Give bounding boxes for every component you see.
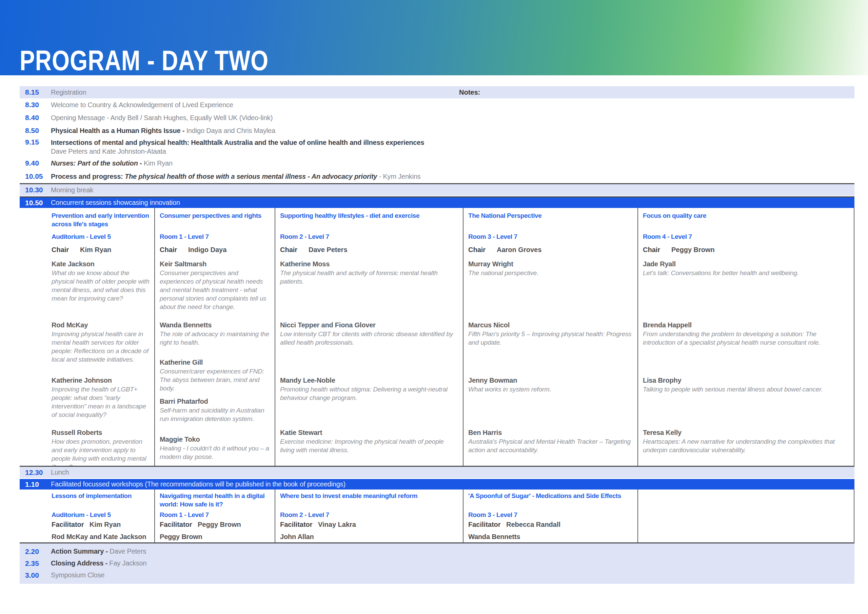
session-chair-4: ChairAaron Groves [468, 246, 635, 254]
speaker-topic: Improving physical health care in mental… [51, 330, 151, 364]
workshop-room-1: Auditorium - Level 5 [51, 511, 152, 519]
session-title: The physical health of those with a seri… [125, 173, 377, 180]
chair-name-2: Indigo Daya [188, 246, 226, 253]
workshop-column-3: Where best to invest enable meaningful r… [274, 490, 463, 542]
session-title-prefix: Process and progress: [51, 173, 125, 180]
speaker-topic: Talking to people with serious mental il… [643, 385, 850, 393]
schedule-row-welcome: 8.30 Welcome to Country & Acknowledgemen… [20, 98, 854, 111]
speaker-block-2-2: Wanda BennettsThe role of advocacy in ma… [160, 321, 271, 347]
session-chair-1: ChairKim Ryan [51, 246, 152, 254]
speaker-block-3-2: Nicci Tepper and Fiona GloverLow intensi… [280, 321, 459, 347]
chair-name-3: Dave Peters [308, 246, 347, 253]
session-room-2: Room 1 - Level 7 [160, 232, 272, 246]
speaker-block-2-1: Keir SaltmarshConsumer perspectives and … [160, 260, 271, 311]
speaker-name: Ben Harris [468, 429, 634, 437]
time-label: 8.30 [20, 101, 51, 109]
workshop-column-empty [637, 490, 854, 542]
session-column-3: Supporting healthy lifestyles - diet and… [274, 208, 463, 466]
speaker-block-1-3: Katherine JohnsonImproving the health of… [51, 376, 151, 419]
workshop-column-4: 'A Spoonful of Sugar' - Medications and … [463, 490, 637, 542]
speaker-topic: Improving the health of LGBT+ people: wh… [51, 385, 151, 419]
speaker-names: Dave Peters and Kate Johnston-Ataata [51, 147, 424, 156]
time-label: 8.40 [20, 113, 51, 122]
session-chair-3: ChairDave Peters [280, 246, 460, 254]
session-title: Intersections of mental and physical hea… [51, 139, 424, 146]
schedule-row-workshops: 1.10 Facilitated focussed workshops (The… [20, 479, 854, 490]
speaker-names: Fay Jackson [109, 560, 146, 567]
row-text: Registration [51, 89, 86, 96]
program-content: 8.15 Registration Notes: 8.30 Welcome to… [20, 86, 854, 584]
session-room-5: Room 4 - Level 7 [643, 232, 851, 246]
speaker-name: Nicci Tepper and Fiona Glover [280, 321, 459, 329]
speaker-name: Keir Saltmarsh [160, 260, 271, 268]
speaker-name: Kate Jackson [51, 260, 151, 268]
workshop-room-3: Room 2 - Level 7 [280, 511, 460, 519]
session-title-4: The National Perspective [468, 211, 635, 232]
schedule-row-process-progress: 10.05 Process and progress: The physical… [20, 169, 854, 183]
chair-name-4: Aaron Groves [497, 246, 541, 253]
speaker-block-5-2: Brenda HappellFrom understanding the pro… [643, 321, 850, 347]
workshop-title-3: Where best to invest enable meaningful r… [280, 491, 460, 500]
time-gutter [20, 490, 51, 542]
session-column-4: The National PerspectiveRoom 3 - Level 7… [463, 208, 637, 466]
session-title: Action Summary - [51, 547, 110, 555]
header-banner: PROGRAM - DAY TWO [0, 0, 868, 75]
row-text: Nurses: Part of the solution - Kim Ryan [51, 159, 173, 167]
row-text: Concurrent sessions showcasing innovatio… [51, 199, 180, 207]
speaker-block-3-3: Mandy Lee-NoblePromoting health without … [280, 376, 459, 402]
speaker-name: Rod McKay [51, 321, 151, 329]
session-title: Closing Address - [51, 560, 109, 567]
speaker-block-5-4: Teresa KellyHeartscapes: A new narrative… [643, 429, 850, 454]
speaker-names: Indigo Daya and Chris Maylea [186, 127, 275, 134]
speaker-topic: Exercise medicine: Improving the physica… [280, 437, 459, 454]
speaker-block-2-5: Maggie TokoHealing - I couldn't do it wi… [160, 435, 271, 461]
workshop-column-1: Lessons of implementationAuditorium - Le… [51, 490, 154, 542]
chair-label: Chair [643, 246, 671, 254]
schedule-row-nurses: 9.40 Nurses: Part of the solution - Kim … [20, 157, 854, 169]
time-label: 10.05 [20, 173, 51, 180]
speaker-name: Lisa Brophy [643, 376, 850, 384]
speaker-block-3-1: Katherine MossThe physical health and ac… [280, 260, 459, 286]
facilitator-label: Facilitator [468, 521, 506, 529]
speaker-block-5-1: Jade RyallLet's talk: Conversations for … [643, 260, 850, 277]
notes-label: Notes: [459, 89, 480, 96]
workshop-title-2: Navigating mental health in a digital wo… [160, 491, 272, 508]
speaker-topic: The national perspective. [468, 269, 634, 277]
speaker-block-4-4: Ben HarrisAustralia's Physical and Menta… [468, 429, 634, 454]
session-column-1: Prevention and early intervention across… [51, 208, 154, 466]
row-text: Process and progress: The physical healt… [51, 173, 421, 180]
facilitator-name-2: Peggy Brown [198, 521, 241, 528]
session-room-3: Room 2 - Level 7 [280, 232, 460, 246]
time-label: 2.20 [20, 547, 51, 556]
speaker-block-4-1: Murray WrightThe national perspective. [468, 260, 634, 277]
speaker-topic: Healing - I couldn't do it without you –… [160, 444, 271, 461]
speaker-name: Katherine Johnson [51, 376, 151, 384]
speaker-topic: What works in system reform. [468, 385, 634, 393]
row-text: Closing Address - Fay Jackson [51, 560, 146, 567]
speaker-name: Mandy Lee-Noble [280, 376, 459, 384]
speaker-topic: The physical health and activity of fore… [280, 269, 459, 286]
time-label: 2.35 [20, 560, 51, 567]
speaker-topic: Heartscapes: A new narrative for underst… [643, 437, 850, 454]
session-title-5: Focus on quality care [643, 211, 851, 232]
session-room-4: Room 3 - Level 7 [468, 232, 635, 246]
speaker-block-2-3: Katherine GillConsumer/carer experiences… [160, 359, 271, 392]
workshop-column-2: Navigating mental health in a digital wo… [154, 490, 274, 542]
time-label: 10.30 [20, 186, 51, 194]
closing-band: 2.20 Action Summary - Dave Peters 2.35 C… [20, 542, 854, 584]
row-text: Facilitated focussed workshops (The reco… [51, 480, 346, 488]
speaker-name: Katherine Moss [280, 260, 459, 268]
schedule-row-opening-message: 8.40 Opening Message - Andy Bell / Sarah… [20, 111, 854, 124]
session-title-3: Supporting healthy lifestyles - diet and… [280, 211, 460, 232]
schedule-row-registration: 8.15 Registration Notes: [20, 86, 854, 98]
session-chair-5: ChairPeggy Brown [643, 246, 851, 254]
speaker-topic: Consumer perspectives and experiences of… [160, 269, 271, 311]
row-text: Lunch [51, 468, 69, 476]
workshop-speakers-1: Rod McKay and Kate Jackson [51, 533, 152, 541]
row-text: Opening Message - Andy Bell / Sarah Hugh… [51, 114, 273, 122]
chair-label: Chair [280, 246, 308, 254]
speaker-block-2-4: Barri PhatarfodSelf-harm and suicidality… [160, 398, 271, 423]
speaker-topic: Fifth Plan's priority 5 – Improving phys… [468, 330, 634, 347]
session-title: Physical Health as a Human Rights Issue … [51, 127, 186, 134]
speaker-topic: From understanding the problem to develo… [643, 330, 850, 347]
